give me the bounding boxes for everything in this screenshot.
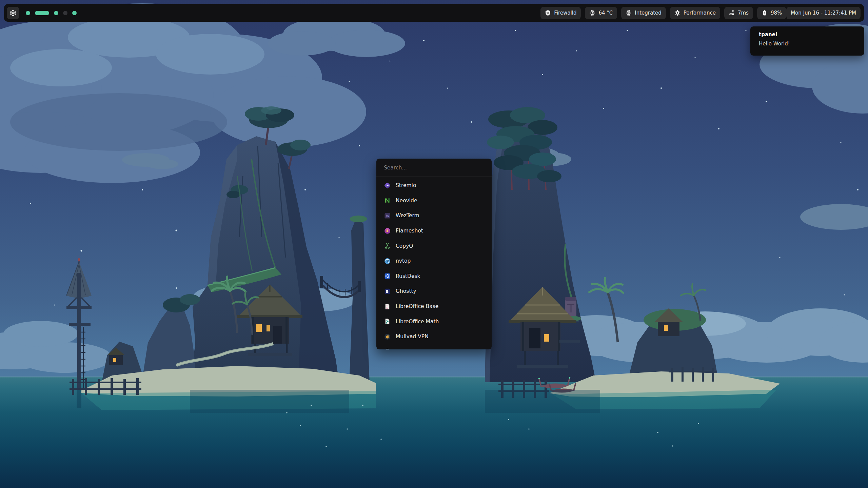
notification-title: tpanel bbox=[759, 32, 856, 38]
launcher-item-mullvad-vpn[interactable]: Mullvad VPN bbox=[376, 329, 492, 344]
libreoffice-base-icon bbox=[384, 303, 391, 310]
notification-body: Hello World! bbox=[759, 41, 856, 47]
widget-gpu-mode-label: Integrated bbox=[635, 10, 662, 16]
widget-battery-label: 98% bbox=[771, 10, 782, 16]
launcher-item-libreoffice-base[interactable]: LibreOffice Base bbox=[376, 299, 492, 314]
clock-widget[interactable]: Mon Jun 16 - 11:27:41 PM bbox=[786, 7, 861, 19]
router-icon bbox=[729, 10, 735, 16]
desktop: Firewalld64 °CIntegratedPerformance7ms98… bbox=[0, 0, 868, 488]
launcher-item-label: Ghostty bbox=[396, 288, 416, 294]
widget-latency[interactable]: 7ms bbox=[724, 7, 753, 19]
launcher-item-ghostty[interactable]: Ghostty bbox=[376, 284, 492, 299]
workspace-5-occupied[interactable] bbox=[72, 11, 77, 15]
app-launcher: StremioNeovide$wWezTermFlameshotCopyQnvt… bbox=[376, 159, 492, 349]
neovide-icon bbox=[384, 197, 391, 204]
status-widgets: Firewalld64 °CIntegratedPerformance7ms98… bbox=[540, 7, 786, 19]
launcher-item-label: nvtop bbox=[396, 258, 411, 264]
widget-firewalld[interactable]: Firewalld bbox=[540, 7, 581, 19]
widget-gpu-mode[interactable]: Integrated bbox=[621, 7, 666, 19]
firewall-shield-icon bbox=[545, 10, 551, 16]
ghostty-icon bbox=[384, 288, 391, 295]
launcher-item-label: Mullvad VPN bbox=[396, 333, 429, 340]
search-input[interactable] bbox=[384, 165, 484, 171]
gpu-icon bbox=[626, 10, 632, 16]
nixos-manual-icon bbox=[384, 348, 391, 349]
widget-power-profile-label: Performance bbox=[684, 10, 716, 16]
widget-battery[interactable]: 98% bbox=[757, 7, 786, 19]
snowflake-logo-icon bbox=[9, 9, 17, 17]
workspace-1-occupied[interactable] bbox=[26, 11, 30, 15]
launcher-results: StremioNeovide$wWezTermFlameshotCopyQnvt… bbox=[376, 177, 492, 349]
nvtop-gauge-icon bbox=[384, 258, 391, 265]
workspace-2-active[interactable] bbox=[35, 11, 49, 15]
launcher-item-label: LibreOffice Math bbox=[396, 319, 439, 325]
launcher-item-label: NixOS Manual bbox=[396, 349, 432, 349]
launcher-item-stremio[interactable]: Stremio bbox=[376, 178, 492, 193]
stremio-icon bbox=[384, 182, 391, 189]
workspace-4-empty[interactable] bbox=[63, 11, 67, 15]
flameshot-icon bbox=[384, 227, 391, 235]
launcher-item-flameshot[interactable]: Flameshot bbox=[376, 223, 492, 239]
svg-text:$w: $w bbox=[386, 215, 389, 218]
launcher-item-label: Stremio bbox=[396, 182, 416, 188]
launcher-item-label: WezTerm bbox=[396, 212, 419, 219]
gear-icon bbox=[674, 10, 680, 16]
battery-bolt-icon bbox=[762, 10, 768, 16]
cpu-icon bbox=[589, 10, 595, 16]
workspace-indicators bbox=[26, 11, 77, 15]
launcher-item-copyq[interactable]: CopyQ bbox=[376, 238, 492, 253]
launcher-item-label: CopyQ bbox=[396, 243, 413, 249]
widget-cpu-temp[interactable]: 64 °C bbox=[585, 7, 617, 19]
launcher-item-label: LibreOffice Base bbox=[396, 303, 438, 309]
launcher-item-nixos-manual[interactable]: NixOS Manual bbox=[376, 344, 492, 349]
launcher-item-libreoffice-math[interactable]: LibreOffice Math bbox=[376, 314, 492, 329]
rustdesk-icon bbox=[384, 272, 391, 280]
launcher-item-label: Flameshot bbox=[396, 228, 423, 234]
widget-latency-label: 7ms bbox=[738, 10, 749, 16]
mullvad-icon bbox=[384, 333, 391, 340]
launcher-item-rustdesk[interactable]: RustDesk bbox=[376, 269, 492, 284]
launcher-item-label: Neovide bbox=[396, 198, 417, 204]
widget-firewalld-label: Firewalld bbox=[554, 10, 576, 16]
widget-power-profile[interactable]: Performance bbox=[670, 7, 720, 19]
widget-cpu-temp-label: 64 °C bbox=[598, 10, 613, 16]
launcher-logo-button[interactable] bbox=[7, 7, 19, 19]
copyq-scissors-icon bbox=[384, 242, 391, 249]
launcher-item-nvtop[interactable]: nvtop bbox=[376, 253, 492, 269]
clock-label: Mon Jun 16 - 11:27:41 PM bbox=[791, 10, 856, 16]
libreoffice-math-icon bbox=[384, 318, 391, 325]
wezterm-icon: $w bbox=[384, 212, 391, 219]
top-panel: Firewalld64 °CIntegratedPerformance7ms98… bbox=[4, 4, 864, 22]
launcher-item-neovide[interactable]: Neovide bbox=[376, 193, 492, 208]
launcher-search bbox=[376, 159, 492, 177]
launcher-item-label: RustDesk bbox=[396, 273, 420, 279]
workspace-3-occupied[interactable] bbox=[54, 11, 58, 15]
launcher-item-wezterm[interactable]: $wWezTerm bbox=[376, 208, 492, 223]
notification-toast[interactable]: tpanel Hello World! bbox=[750, 26, 864, 56]
